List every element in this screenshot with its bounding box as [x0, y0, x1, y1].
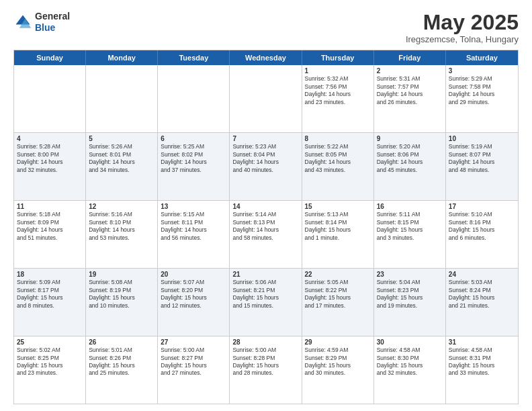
day-info: Sunrise: 5:07 AMSunset: 8:20 PMDaylight:…	[161, 279, 226, 310]
day-info: Sunrise: 5:08 AMSunset: 8:19 PMDaylight:…	[89, 279, 154, 310]
day-cell-25: 25Sunrise: 5:02 AMSunset: 8:25 PMDayligh…	[14, 336, 86, 404]
day-number: 3	[449, 67, 515, 75]
day-cell-27: 27Sunrise: 5:00 AMSunset: 8:27 PMDayligh…	[158, 336, 230, 404]
calendar: SundayMondayTuesdayWednesdayThursdayFrid…	[13, 50, 519, 404]
day-number: 24	[449, 271, 515, 278]
day-info: Sunrise: 5:09 AMSunset: 8:17 PMDaylight:…	[17, 279, 83, 310]
page: General Blue May 2025 Iregszemcse, Tolna…	[0, 0, 532, 411]
day-info: Sunrise: 5:28 AMSunset: 8:00 PMDaylight:…	[17, 143, 83, 174]
day-info: Sunrise: 5:20 AMSunset: 8:06 PMDaylight:…	[377, 143, 443, 174]
day-number: 14	[232, 203, 298, 210]
calendar-body: 1Sunrise: 5:32 AMSunset: 7:56 PMDaylight…	[14, 65, 518, 404]
day-number: 16	[377, 203, 443, 210]
day-info: Sunrise: 5:18 AMSunset: 8:09 PMDaylight:…	[17, 211, 83, 242]
logo-general-text: General	[35, 11, 70, 21]
day-info: Sunrise: 5:13 AMSunset: 8:14 PMDaylight:…	[305, 211, 371, 242]
header-day-tuesday: Tuesday	[158, 50, 230, 65]
title-area: May 2025 Iregszemcse, Tolna, Hungary	[406, 11, 519, 44]
day-info: Sunrise: 5:22 AMSunset: 8:05 PMDaylight:…	[305, 143, 371, 174]
day-number: 27	[161, 338, 226, 346]
day-number: 1	[305, 67, 371, 75]
month-title: May 2025	[406, 11, 519, 34]
day-info: Sunrise: 4:58 AMSunset: 8:30 PMDaylight:…	[377, 347, 443, 377]
day-number: 30	[377, 338, 443, 346]
day-info: Sunrise: 5:23 AMSunset: 8:04 PMDaylight:…	[232, 143, 298, 174]
day-info: Sunrise: 5:19 AMSunset: 8:07 PMDaylight:…	[449, 143, 515, 174]
header-day-thursday: Thursday	[302, 50, 374, 65]
day-cell-9: 9Sunrise: 5:20 AMSunset: 8:06 PMDaylight…	[374, 133, 446, 200]
location: Iregszemcse, Tolna, Hungary	[406, 34, 519, 44]
day-number: 12	[89, 203, 154, 210]
day-info: Sunrise: 5:25 AMSunset: 8:02 PMDaylight:…	[161, 143, 226, 174]
day-cell-24: 24Sunrise: 5:03 AMSunset: 8:24 PMDayligh…	[446, 269, 518, 336]
day-cell-20: 20Sunrise: 5:07 AMSunset: 8:20 PMDayligh…	[158, 269, 230, 336]
day-info: Sunrise: 5:02 AMSunset: 8:25 PMDaylight:…	[17, 347, 83, 377]
day-number: 13	[161, 203, 226, 210]
day-info: Sunrise: 5:10 AMSunset: 8:16 PMDaylight:…	[449, 211, 515, 242]
day-number: 23	[377, 271, 443, 278]
day-cell-17: 17Sunrise: 5:10 AMSunset: 8:16 PMDayligh…	[446, 201, 518, 268]
day-number: 11	[17, 203, 83, 210]
day-info: Sunrise: 5:01 AMSunset: 8:26 PMDaylight:…	[89, 347, 154, 377]
day-cell-16: 16Sunrise: 5:11 AMSunset: 8:15 PMDayligh…	[374, 201, 446, 268]
day-number: 5	[89, 135, 154, 142]
day-number: 10	[449, 135, 515, 142]
day-info: Sunrise: 5:04 AMSunset: 8:23 PMDaylight:…	[377, 279, 443, 310]
day-info: Sunrise: 5:00 AMSunset: 8:28 PMDaylight:…	[232, 347, 298, 377]
day-number: 25	[17, 338, 83, 346]
day-info: Sunrise: 5:16 AMSunset: 8:10 PMDaylight:…	[89, 211, 154, 242]
day-number: 18	[17, 271, 83, 278]
day-cell-3: 3Sunrise: 5:29 AMSunset: 7:58 PMDaylight…	[446, 65, 518, 132]
day-number: 6	[161, 135, 226, 142]
day-cell-29: 29Sunrise: 4:59 AMSunset: 8:29 PMDayligh…	[302, 336, 374, 404]
day-info: Sunrise: 4:59 AMSunset: 8:29 PMDaylight:…	[305, 347, 371, 377]
day-cell-6: 6Sunrise: 5:25 AMSunset: 8:02 PMDaylight…	[158, 133, 230, 200]
day-number: 7	[232, 135, 298, 142]
week-row-1: 1Sunrise: 5:32 AMSunset: 7:56 PMDaylight…	[14, 65, 518, 132]
day-info: Sunrise: 5:14 AMSunset: 8:13 PMDaylight:…	[232, 211, 298, 242]
day-number: 22	[305, 271, 371, 278]
header-day-sunday: Sunday	[14, 50, 86, 65]
day-number: 20	[161, 271, 226, 278]
empty-cell	[158, 65, 230, 132]
empty-cell	[86, 65, 158, 132]
week-row-2: 4Sunrise: 5:28 AMSunset: 8:00 PMDaylight…	[14, 132, 518, 200]
day-cell-13: 13Sunrise: 5:15 AMSunset: 8:11 PMDayligh…	[158, 201, 230, 268]
day-number: 8	[305, 135, 371, 142]
day-info: Sunrise: 5:31 AMSunset: 7:57 PMDaylight:…	[377, 75, 443, 106]
day-cell-30: 30Sunrise: 4:58 AMSunset: 8:30 PMDayligh…	[374, 336, 446, 404]
day-info: Sunrise: 5:11 AMSunset: 8:15 PMDaylight:…	[377, 211, 443, 242]
day-cell-2: 2Sunrise: 5:31 AMSunset: 7:57 PMDaylight…	[374, 65, 446, 132]
day-cell-18: 18Sunrise: 5:09 AMSunset: 8:17 PMDayligh…	[14, 269, 86, 336]
logo-blue-text: Blue	[35, 22, 55, 33]
day-number: 26	[89, 338, 154, 346]
header-day-monday: Monday	[86, 50, 158, 65]
day-cell-1: 1Sunrise: 5:32 AMSunset: 7:56 PMDaylight…	[302, 65, 374, 132]
day-number: 21	[232, 271, 298, 278]
day-cell-11: 11Sunrise: 5:18 AMSunset: 8:09 PMDayligh…	[14, 201, 86, 268]
header-day-wednesday: Wednesday	[230, 50, 302, 65]
day-info: Sunrise: 5:06 AMSunset: 8:21 PMDaylight:…	[232, 279, 298, 310]
calendar-header: SundayMondayTuesdayWednesdayThursdayFrid…	[14, 50, 518, 65]
day-info: Sunrise: 5:29 AMSunset: 7:58 PMDaylight:…	[449, 75, 515, 106]
day-cell-15: 15Sunrise: 5:13 AMSunset: 8:14 PMDayligh…	[302, 201, 374, 268]
day-number: 15	[305, 203, 371, 210]
day-cell-31: 31Sunrise: 4:58 AMSunset: 8:31 PMDayligh…	[446, 336, 518, 404]
logo-icon	[13, 13, 32, 32]
day-number: 17	[449, 203, 515, 210]
day-cell-8: 8Sunrise: 5:22 AMSunset: 8:05 PMDaylight…	[302, 133, 374, 200]
day-cell-5: 5Sunrise: 5:26 AMSunset: 8:01 PMDaylight…	[86, 133, 158, 200]
day-number: 29	[305, 338, 371, 346]
day-cell-7: 7Sunrise: 5:23 AMSunset: 8:04 PMDaylight…	[230, 133, 302, 200]
day-number: 31	[449, 338, 515, 346]
day-cell-12: 12Sunrise: 5:16 AMSunset: 8:10 PMDayligh…	[86, 201, 158, 268]
day-info: Sunrise: 5:32 AMSunset: 7:56 PMDaylight:…	[305, 75, 371, 106]
empty-cell	[230, 65, 302, 132]
week-row-4: 18Sunrise: 5:09 AMSunset: 8:17 PMDayligh…	[14, 268, 518, 336]
header-day-friday: Friday	[374, 50, 446, 65]
day-cell-21: 21Sunrise: 5:06 AMSunset: 8:21 PMDayligh…	[230, 269, 302, 336]
day-cell-23: 23Sunrise: 5:04 AMSunset: 8:23 PMDayligh…	[374, 269, 446, 336]
day-info: Sunrise: 4:58 AMSunset: 8:31 PMDaylight:…	[449, 347, 515, 377]
day-number: 28	[232, 338, 298, 346]
header: General Blue May 2025 Iregszemcse, Tolna…	[13, 11, 519, 44]
